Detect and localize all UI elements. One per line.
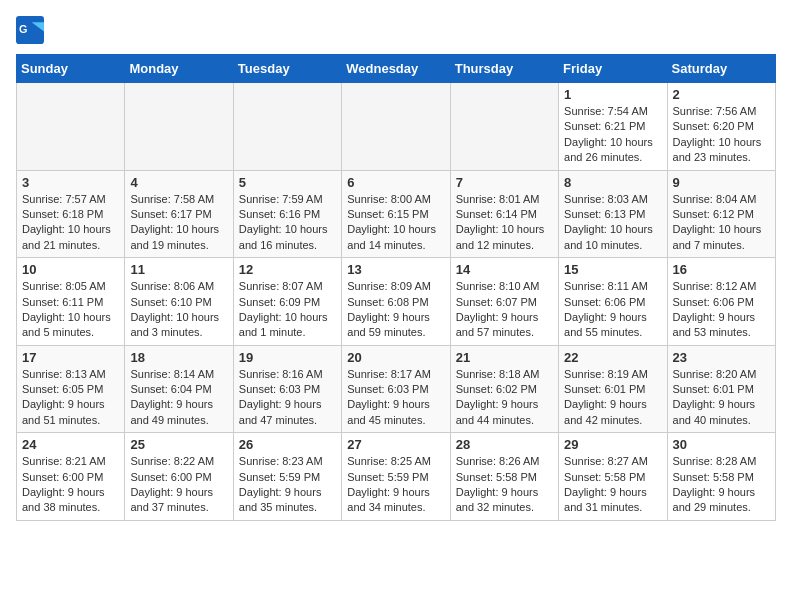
day-number: 15 (564, 262, 661, 277)
header-day-saturday: Saturday (667, 55, 775, 83)
calendar-cell: 30Sunrise: 8:28 AMSunset: 5:58 PMDayligh… (667, 433, 775, 521)
day-info: Sunrise: 8:21 AMSunset: 6:00 PMDaylight:… (22, 454, 119, 516)
week-row-2: 3Sunrise: 7:57 AMSunset: 6:18 PMDaylight… (17, 170, 776, 258)
day-info: Sunrise: 7:59 AMSunset: 6:16 PMDaylight:… (239, 192, 336, 254)
day-info: Sunrise: 8:06 AMSunset: 6:10 PMDaylight:… (130, 279, 227, 341)
day-info: Sunrise: 8:26 AMSunset: 5:58 PMDaylight:… (456, 454, 553, 516)
header-day-wednesday: Wednesday (342, 55, 450, 83)
week-row-5: 24Sunrise: 8:21 AMSunset: 6:00 PMDayligh… (17, 433, 776, 521)
day-info: Sunrise: 8:20 AMSunset: 6:01 PMDaylight:… (673, 367, 770, 429)
calendar-cell: 23Sunrise: 8:20 AMSunset: 6:01 PMDayligh… (667, 345, 775, 433)
day-number: 9 (673, 175, 770, 190)
day-number: 11 (130, 262, 227, 277)
calendar-cell: 29Sunrise: 8:27 AMSunset: 5:58 PMDayligh… (559, 433, 667, 521)
calendar-cell: 2Sunrise: 7:56 AMSunset: 6:20 PMDaylight… (667, 83, 775, 171)
header-day-monday: Monday (125, 55, 233, 83)
day-number: 22 (564, 350, 661, 365)
calendar-cell: 28Sunrise: 8:26 AMSunset: 5:58 PMDayligh… (450, 433, 558, 521)
day-info: Sunrise: 8:27 AMSunset: 5:58 PMDaylight:… (564, 454, 661, 516)
calendar-cell (125, 83, 233, 171)
day-number: 8 (564, 175, 661, 190)
day-number: 25 (130, 437, 227, 452)
calendar-cell: 8Sunrise: 8:03 AMSunset: 6:13 PMDaylight… (559, 170, 667, 258)
calendar-cell: 1Sunrise: 7:54 AMSunset: 6:21 PMDaylight… (559, 83, 667, 171)
calendar-cell: 21Sunrise: 8:18 AMSunset: 6:02 PMDayligh… (450, 345, 558, 433)
calendar-cell: 4Sunrise: 7:58 AMSunset: 6:17 PMDaylight… (125, 170, 233, 258)
day-number: 4 (130, 175, 227, 190)
day-number: 13 (347, 262, 444, 277)
calendar-cell: 7Sunrise: 8:01 AMSunset: 6:14 PMDaylight… (450, 170, 558, 258)
day-info: Sunrise: 8:25 AMSunset: 5:59 PMDaylight:… (347, 454, 444, 516)
day-info: Sunrise: 8:18 AMSunset: 6:02 PMDaylight:… (456, 367, 553, 429)
day-info: Sunrise: 8:07 AMSunset: 6:09 PMDaylight:… (239, 279, 336, 341)
day-info: Sunrise: 8:09 AMSunset: 6:08 PMDaylight:… (347, 279, 444, 341)
logo-icon: G (16, 16, 44, 44)
day-number: 26 (239, 437, 336, 452)
day-info: Sunrise: 8:22 AMSunset: 6:00 PMDaylight:… (130, 454, 227, 516)
day-info: Sunrise: 8:12 AMSunset: 6:06 PMDaylight:… (673, 279, 770, 341)
day-info: Sunrise: 8:05 AMSunset: 6:11 PMDaylight:… (22, 279, 119, 341)
day-info: Sunrise: 7:57 AMSunset: 6:18 PMDaylight:… (22, 192, 119, 254)
header-day-thursday: Thursday (450, 55, 558, 83)
calendar-cell (233, 83, 341, 171)
calendar-cell (17, 83, 125, 171)
day-info: Sunrise: 8:10 AMSunset: 6:07 PMDaylight:… (456, 279, 553, 341)
svg-text:G: G (19, 23, 27, 35)
day-info: Sunrise: 7:58 AMSunset: 6:17 PMDaylight:… (130, 192, 227, 254)
day-number: 7 (456, 175, 553, 190)
header-day-sunday: Sunday (17, 55, 125, 83)
day-number: 29 (564, 437, 661, 452)
day-number: 5 (239, 175, 336, 190)
day-info: Sunrise: 8:28 AMSunset: 5:58 PMDaylight:… (673, 454, 770, 516)
day-info: Sunrise: 8:03 AMSunset: 6:13 PMDaylight:… (564, 192, 661, 254)
day-number: 16 (673, 262, 770, 277)
calendar-cell: 25Sunrise: 8:22 AMSunset: 6:00 PMDayligh… (125, 433, 233, 521)
week-row-3: 10Sunrise: 8:05 AMSunset: 6:11 PMDayligh… (17, 258, 776, 346)
day-info: Sunrise: 8:11 AMSunset: 6:06 PMDaylight:… (564, 279, 661, 341)
calendar-cell (450, 83, 558, 171)
logo: G (16, 16, 46, 44)
calendar-cell: 3Sunrise: 7:57 AMSunset: 6:18 PMDaylight… (17, 170, 125, 258)
calendar-cell: 19Sunrise: 8:16 AMSunset: 6:03 PMDayligh… (233, 345, 341, 433)
day-info: Sunrise: 8:00 AMSunset: 6:15 PMDaylight:… (347, 192, 444, 254)
calendar-cell (342, 83, 450, 171)
calendar-table: SundayMondayTuesdayWednesdayThursdayFrid… (16, 54, 776, 521)
calendar-cell: 26Sunrise: 8:23 AMSunset: 5:59 PMDayligh… (233, 433, 341, 521)
day-info: Sunrise: 8:01 AMSunset: 6:14 PMDaylight:… (456, 192, 553, 254)
day-number: 10 (22, 262, 119, 277)
day-number: 21 (456, 350, 553, 365)
day-number: 27 (347, 437, 444, 452)
calendar-cell: 17Sunrise: 8:13 AMSunset: 6:05 PMDayligh… (17, 345, 125, 433)
calendar-cell: 22Sunrise: 8:19 AMSunset: 6:01 PMDayligh… (559, 345, 667, 433)
day-number: 12 (239, 262, 336, 277)
calendar-cell: 27Sunrise: 8:25 AMSunset: 5:59 PMDayligh… (342, 433, 450, 521)
calendar-cell: 20Sunrise: 8:17 AMSunset: 6:03 PMDayligh… (342, 345, 450, 433)
day-number: 1 (564, 87, 661, 102)
day-info: Sunrise: 7:56 AMSunset: 6:20 PMDaylight:… (673, 104, 770, 166)
day-info: Sunrise: 8:04 AMSunset: 6:12 PMDaylight:… (673, 192, 770, 254)
week-row-1: 1Sunrise: 7:54 AMSunset: 6:21 PMDaylight… (17, 83, 776, 171)
calendar-cell: 18Sunrise: 8:14 AMSunset: 6:04 PMDayligh… (125, 345, 233, 433)
day-number: 18 (130, 350, 227, 365)
calendar-cell: 11Sunrise: 8:06 AMSunset: 6:10 PMDayligh… (125, 258, 233, 346)
calendar-cell: 14Sunrise: 8:10 AMSunset: 6:07 PMDayligh… (450, 258, 558, 346)
header-day-tuesday: Tuesday (233, 55, 341, 83)
header-row: SundayMondayTuesdayWednesdayThursdayFrid… (17, 55, 776, 83)
day-number: 24 (22, 437, 119, 452)
day-number: 28 (456, 437, 553, 452)
calendar-cell: 12Sunrise: 8:07 AMSunset: 6:09 PMDayligh… (233, 258, 341, 346)
day-number: 19 (239, 350, 336, 365)
day-info: Sunrise: 7:54 AMSunset: 6:21 PMDaylight:… (564, 104, 661, 166)
week-row-4: 17Sunrise: 8:13 AMSunset: 6:05 PMDayligh… (17, 345, 776, 433)
day-number: 6 (347, 175, 444, 190)
calendar-cell: 10Sunrise: 8:05 AMSunset: 6:11 PMDayligh… (17, 258, 125, 346)
day-number: 17 (22, 350, 119, 365)
day-info: Sunrise: 8:13 AMSunset: 6:05 PMDaylight:… (22, 367, 119, 429)
day-number: 23 (673, 350, 770, 365)
day-info: Sunrise: 8:16 AMSunset: 6:03 PMDaylight:… (239, 367, 336, 429)
day-info: Sunrise: 8:14 AMSunset: 6:04 PMDaylight:… (130, 367, 227, 429)
header-day-friday: Friday (559, 55, 667, 83)
day-number: 3 (22, 175, 119, 190)
calendar-cell: 24Sunrise: 8:21 AMSunset: 6:00 PMDayligh… (17, 433, 125, 521)
calendar-cell: 13Sunrise: 8:09 AMSunset: 6:08 PMDayligh… (342, 258, 450, 346)
